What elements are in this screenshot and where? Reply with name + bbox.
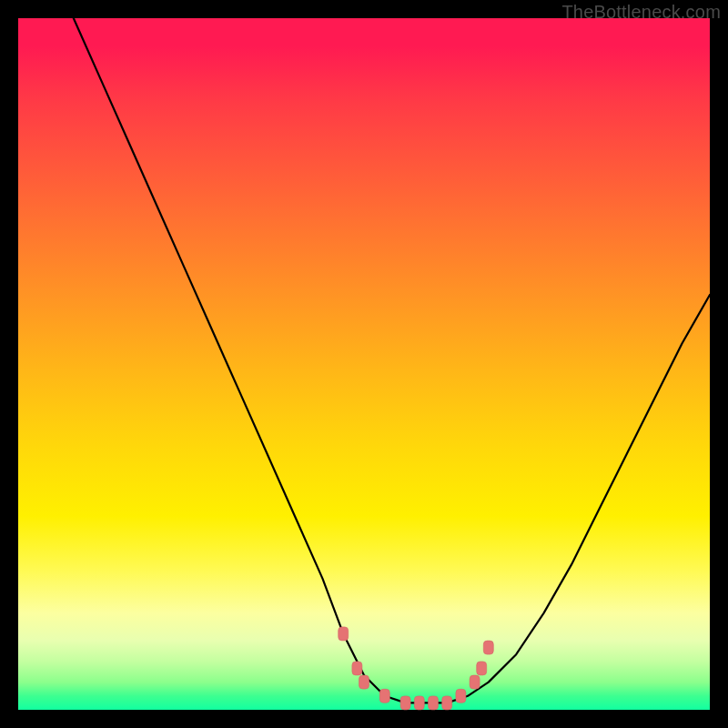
curve-marker (483, 641, 493, 654)
curve-marker (470, 675, 480, 689)
curve-marker (352, 662, 362, 675)
curve-marker (379, 689, 389, 703)
bottleneck-curve (74, 18, 710, 703)
marker-group (339, 627, 494, 710)
curve-marker (414, 696, 424, 710)
curve-marker (477, 662, 487, 675)
curve-marker (429, 696, 439, 710)
curve-marker (442, 696, 452, 710)
curve-marker (359, 675, 369, 689)
curve-marker (339, 627, 349, 641)
curve-marker (400, 696, 410, 710)
plot-area (18, 18, 710, 710)
curve-marker (456, 689, 466, 703)
chart-frame: TheBottleneck.com (0, 0, 728, 728)
curve-svg (18, 18, 710, 710)
